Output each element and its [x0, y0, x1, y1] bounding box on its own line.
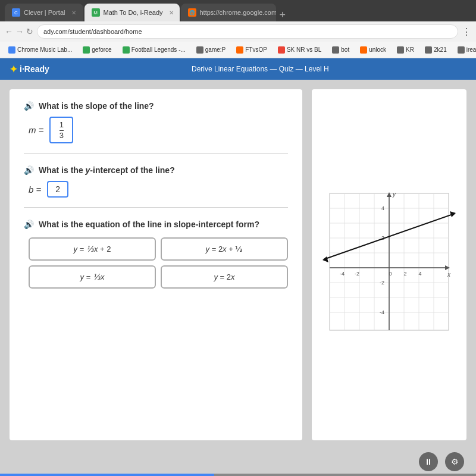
yint-variable-label: b =	[29, 184, 41, 195]
bookmark-nr-bl[interactable]: SK NR vs BL	[274, 45, 325, 55]
graph-panel: y x -4 -2 0 2 4 4 2 -2 -4	[312, 89, 466, 440]
tab-chrome[interactable]: 🌐 https://chrome.google.com/we... ✕	[181, 4, 276, 21]
iready-logo-star: ✦	[10, 64, 17, 75]
choice-1[interactable]: y = ⅓x + 2	[29, 237, 156, 261]
bookmark-football-icon	[123, 46, 130, 54]
settings-button[interactable]: ⚙	[445, 452, 464, 471]
settings-icon: ⚙	[451, 457, 459, 466]
bookmark-game-label: game:P	[205, 46, 226, 53]
bookmark-2k21-icon	[425, 46, 432, 54]
iready-header: ✦ i·Ready Derive Linear Equations — Quiz…	[0, 58, 476, 80]
bookmark-geforce[interactable]: geforce	[79, 45, 115, 55]
bookmark-2k21-label: 2k21	[434, 46, 447, 53]
slope-numerator: 1	[60, 120, 64, 131]
yint-answer-box: 2	[47, 181, 68, 198]
iready-content: 🔊 What is the slope of the line? m = 1 3	[0, 80, 476, 450]
tab-chrome-label: https://chrome.google.com/we...	[200, 9, 276, 16]
question-block-equation: 🔊 What is the equation of the line in sl…	[24, 220, 288, 298]
svg-text:0: 0	[389, 271, 392, 277]
progress-bar-container	[0, 474, 476, 476]
tab-iready-label: Math To Do, i-Ready	[104, 9, 163, 16]
question-slope-label: What is the slope of the line?	[39, 101, 154, 111]
tab-clever-label: Clever | Portal	[24, 9, 65, 16]
reload-button[interactable]: ↻	[26, 27, 33, 36]
speaker-icon-2[interactable]: 🔊	[24, 165, 34, 175]
svg-text:-4: -4	[380, 309, 384, 315]
pause-icon: ⏸	[424, 457, 433, 466]
address-text: ady.com/student/dashboard/home	[43, 28, 142, 35]
speaker-icon-3[interactable]: 🔊	[24, 220, 34, 229]
tab-clever[interactable]: C Clever | Portal ✕	[5, 4, 83, 21]
question-yint-label: What is the y-intercept of the line?	[39, 165, 175, 175]
bookmark-bot-icon	[332, 46, 339, 54]
question-slope-text: 🔊 What is the slope of the line?	[24, 101, 288, 111]
address-bar[interactable]: ady.com/student/dashboard/home	[37, 24, 458, 39]
speaker-icon-1[interactable]: 🔊	[24, 101, 34, 111]
choice-2[interactable]: y = 2x + ⅓	[161, 237, 288, 261]
bookmark-geforce-label: geforce	[92, 46, 111, 53]
question-panel: 🔊 What is the slope of the line? m = 1 3	[10, 89, 302, 440]
bookmark-iready[interactable]: iready.ig	[454, 45, 476, 55]
svg-text:4: 4	[418, 271, 421, 277]
tab-iready-close[interactable]: ✕	[169, 10, 174, 16]
question-block-slope: 🔊 What is the slope of the line? m = 1 3	[24, 101, 288, 154]
bookmark-ftvop-icon	[236, 46, 243, 54]
iready-logo-text: i·Ready	[20, 64, 49, 74]
slope-variable-label: m =	[29, 125, 43, 135]
coordinate-graph: y x -4 -2 0 2 4 4 2 -2 -4	[318, 187, 461, 342]
bookmark-bot[interactable]: bot	[328, 45, 353, 55]
question-eq-text: 🔊 What is the equation of the line in sl…	[24, 220, 288, 229]
answer-choices: y = ⅓x + 2 y = 2x + ⅓ y = ⅓x y = 2x	[29, 237, 288, 289]
pause-button[interactable]: ⏸	[419, 452, 438, 471]
bookmark-2k21[interactable]: 2k21	[421, 45, 450, 55]
back-button[interactable]: ←	[5, 27, 13, 36]
bookmark-unlock-icon	[360, 46, 367, 54]
answer-slope-row: m = 1 3	[29, 117, 288, 143]
progress-bar	[0, 474, 214, 476]
bookmark-game[interactable]: game:P	[193, 45, 229, 55]
iready-container: ✦ i·Ready Derive Linear Equations — Quiz…	[0, 58, 476, 476]
chrome-favicon: 🌐	[188, 8, 196, 17]
choice-4[interactable]: y = 2x	[161, 265, 288, 289]
new-tab-button[interactable]: +	[277, 9, 286, 21]
bookmark-music-lab[interactable]: Chrome Music Lab...	[5, 45, 76, 55]
svg-text:2: 2	[403, 271, 406, 277]
svg-text:-2: -2	[355, 271, 359, 277]
bookmark-game-icon	[196, 46, 203, 54]
question-block-yintercept: 🔊 What is the y-intercept of the line? b…	[24, 165, 288, 208]
slope-fraction: 1 3	[60, 120, 64, 140]
bookmark-iready-label: iready.ig	[466, 46, 476, 53]
bookmark-music-lab-icon	[8, 46, 15, 54]
svg-text:x: x	[447, 271, 451, 278]
tab-bar: C Clever | Portal ✕ M Math To Do, i-Read…	[0, 0, 476, 21]
svg-text:-2: -2	[380, 280, 384, 286]
forward-button[interactable]: →	[15, 27, 24, 36]
bookmark-geforce-icon	[83, 46, 90, 54]
bookmarks-bar: Chrome Music Lab... geforce Football Leg…	[0, 42, 476, 58]
question-yint-text: 🔊 What is the y-intercept of the line?	[24, 165, 288, 175]
bookmark-kr[interactable]: KR	[393, 45, 418, 55]
clever-favicon: C	[12, 8, 20, 17]
tab-iready[interactable]: M Math To Do, i-Ready ✕	[84, 4, 180, 21]
choice-3[interactable]: y = ⅓x	[29, 265, 156, 289]
extensions-button[interactable]: ⋮	[462, 26, 471, 37]
iready-subtitle: Derive Linear Equations — Quiz — Level H	[54, 65, 466, 73]
svg-text:y: y	[392, 191, 396, 198]
bookmark-unlock[interactable]: unlock	[356, 45, 390, 55]
svg-text:-4: -4	[340, 271, 345, 277]
slope-answer-box: 1 3	[49, 117, 73, 143]
slope-denominator: 3	[60, 131, 64, 140]
bookmark-nr-icon	[278, 46, 285, 54]
bottom-controls: ⏸ ⚙	[0, 450, 476, 474]
bookmark-football-label: Football Legends -...	[131, 46, 186, 53]
tab-clever-close[interactable]: ✕	[71, 10, 76, 16]
svg-marker-33	[322, 256, 328, 262]
nav-bar: ← → ↻ ady.com/student/dashboard/home ⋮	[0, 21, 476, 42]
svg-text:4: 4	[381, 205, 384, 211]
bookmark-football[interactable]: Football Legends -...	[119, 45, 189, 55]
bookmark-ftvop[interactable]: FTvsOP	[233, 45, 271, 55]
nav-arrows: ← → ↻	[5, 27, 33, 36]
bookmark-iready-icon	[458, 46, 465, 54]
iready-logo: ✦ i·Ready	[10, 64, 49, 75]
bookmark-nr-label: SK NR vs BL	[287, 46, 321, 53]
